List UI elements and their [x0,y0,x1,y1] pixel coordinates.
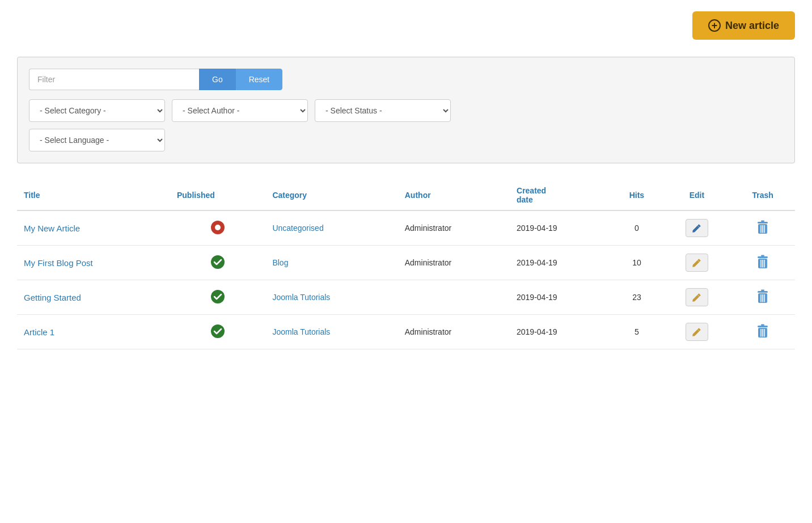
article-title-link[interactable]: My New Article [24,223,80,233]
pencil-icon [692,327,702,337]
col-header-title: Title [17,180,170,210]
created-date-cell: 2019-04-19 [510,246,610,280]
trash-icon [756,323,769,339]
author-cell: Administrator [398,315,510,349]
article-title-link[interactable]: Getting Started [24,293,81,302]
header-bar: + New article [17,11,795,40]
pencil-icon [692,223,702,233]
new-article-button[interactable]: + New article [692,11,795,40]
filter-search-row: Go Reset [29,69,783,90]
hits-cell: 5 [610,315,663,349]
published-cell[interactable] [170,246,265,280]
category-link[interactable]: Blog [272,258,288,267]
hits-cell: 23 [610,280,663,315]
article-title-link[interactable]: Article 1 [24,327,54,337]
svg-rect-20 [761,289,764,291]
edit-button[interactable] [686,254,708,272]
hits-cell: 10 [610,246,663,280]
published-icon [210,254,226,270]
created-date-cell: 2019-04-19 [510,210,610,246]
svg-rect-11 [758,256,768,258]
table-row: My First Blog Post BlogAdministrator2019… [17,246,795,280]
status-select[interactable]: - Select Status - [315,99,451,122]
edit-button[interactable] [686,219,708,237]
go-button[interactable]: Go [199,69,236,90]
edit-cell [663,315,731,349]
language-select[interactable]: - Select Language - [29,129,165,151]
trash-cell [730,315,795,349]
trash-icon [756,289,769,305]
trash-cell [730,280,795,315]
col-header-edit: Edit [663,180,731,210]
published-icon [210,289,226,305]
col-header-category: Category [265,180,397,210]
edit-cell [663,210,731,246]
col-header-published: Published [170,180,265,210]
svg-point-17 [211,290,225,303]
author-select[interactable]: - Select Author - [172,99,308,122]
edit-cell [663,280,731,315]
unpublished-icon [210,220,226,235]
published-cell[interactable] [170,280,265,315]
svg-rect-28 [761,324,764,326]
author-cell: Administrator [398,246,510,280]
table-row: Article 1 Joomla TutorialsAdministrator2… [17,315,795,349]
trash-button[interactable] [756,323,769,339]
trash-cell [730,210,795,246]
table-row: My New Article UncategorisedAdministrato… [17,210,795,246]
svg-rect-19 [758,291,768,293]
trash-icon [756,254,769,270]
category-link[interactable]: Joomla Tutorials [272,293,330,302]
filter-selects-row: - Select Category - - Select Author - - … [29,99,783,122]
created-date-cell: 2019-04-19 [510,315,610,349]
author-cell [398,280,510,315]
col-header-hits: Hits [610,180,663,210]
category-link[interactable]: Joomla Tutorials [272,327,330,336]
svg-rect-12 [761,255,764,256]
edit-button[interactable] [686,288,708,306]
trash-icon [756,220,769,235]
col-header-author: Author [398,180,510,210]
table-row: Getting Started Joomla Tutorials2019-04-… [17,280,795,315]
edit-cell [663,246,731,280]
created-date-cell: 2019-04-19 [510,280,610,315]
col-header-trash: Trash [730,180,795,210]
trash-button[interactable] [756,254,769,270]
filter-input[interactable] [29,69,199,90]
category-select[interactable]: - Select Category - [29,99,165,122]
svg-point-9 [211,255,225,269]
col-header-created-date: Createddate [510,180,610,210]
svg-rect-3 [758,222,768,223]
pencil-icon [692,292,702,302]
articles-table: Title Published Category Author Createdd… [17,180,795,349]
published-icon [210,323,226,339]
article-title-link[interactable]: My First Blog Post [24,258,93,268]
edit-button[interactable] [686,323,708,341]
pencil-icon [692,258,702,268]
svg-point-1 [215,225,221,230]
published-cell[interactable] [170,210,265,246]
reset-button[interactable]: Reset [236,69,283,90]
hits-cell: 0 [610,210,663,246]
category-link[interactable]: Uncategorised [272,223,323,233]
svg-rect-4 [761,220,764,222]
trash-cell [730,246,795,280]
table-header-row: Title Published Category Author Createdd… [17,180,795,210]
new-article-label: New article [725,20,779,32]
trash-button[interactable] [756,220,769,235]
filter-selects-row-2: - Select Language - [29,129,783,151]
plus-icon: + [708,19,721,32]
filter-panel: Go Reset - Select Category - - Select Au… [17,57,795,163]
svg-point-25 [211,324,225,338]
published-cell[interactable] [170,315,265,349]
trash-button[interactable] [756,289,769,305]
svg-rect-27 [758,326,768,327]
author-cell: Administrator [398,210,510,246]
